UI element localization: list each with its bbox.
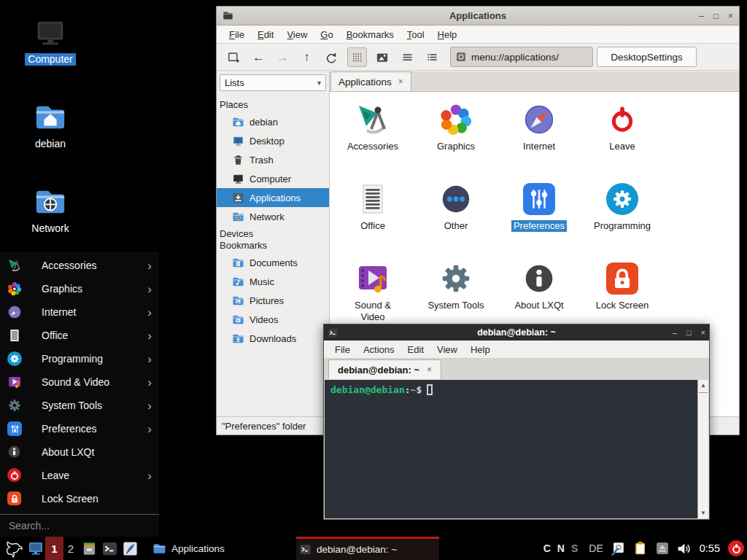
menu-item-accessories[interactable]: Accessories ›	[0, 254, 159, 277]
tab-close-icon[interactable]: ×	[427, 365, 432, 375]
terminal-cursor	[427, 384, 433, 395]
eject-tray-icon[interactable]	[655, 541, 670, 556]
scroll-up-icon[interactable]: ▲	[698, 382, 708, 389]
task-button-applications[interactable]: Applications	[150, 537, 259, 560]
sidebar-item-music[interactable]: Music	[217, 272, 329, 291]
start-menu-button[interactable]	[4, 537, 23, 560]
music-folder-icon	[232, 276, 244, 288]
menu-go[interactable]: Go	[314, 27, 339, 42]
forward-button[interactable]: →	[273, 47, 293, 67]
volume-icon[interactable]	[676, 541, 692, 556]
show-desktop-button[interactable]	[27, 537, 44, 560]
clipboard-tray-icon[interactable]	[632, 540, 649, 556]
sidebar-mode-dropdown[interactable]: Lists ▾	[220, 74, 326, 91]
new-tab-button[interactable]	[224, 47, 244, 67]
scrollbar-thumb[interactable]	[699, 392, 708, 393]
sidebar-item-computer[interactable]: Computer	[217, 169, 329, 188]
menu-item-about-lxqt[interactable]: About LXQt	[0, 440, 159, 464]
menu-actions[interactable]: Actions	[357, 342, 401, 357]
sidebar-item-desktop[interactable]: Desktop	[217, 131, 329, 150]
terminal-viewport[interactable]: debian@debian:~$	[325, 380, 708, 518]
desktop-icon-debian[interactable]: debian	[14, 101, 87, 150]
menu-file[interactable]: File	[222, 27, 251, 42]
menu-help[interactable]: Help	[431, 27, 464, 42]
menu-item-sound-video[interactable]: Sound & Video ›	[0, 370, 159, 394]
screenshot-tray-icon[interactable]	[610, 540, 626, 556]
fm-icon-other[interactable]: Other	[414, 176, 498, 255]
menu-edit[interactable]: Edit	[401, 342, 430, 357]
menu-view[interactable]: View	[430, 342, 464, 357]
desktop-settings-button[interactable]: DesktopSettings	[597, 47, 697, 67]
sidebar-item-trash[interactable]: Trash	[217, 150, 329, 169]
sidebar-item-downloads[interactable]: Downloads	[217, 329, 329, 348]
menu-item-lock-screen[interactable]: Lock Screen	[0, 487, 159, 510]
fm-titlebar[interactable]: Applications – □ ×	[217, 7, 739, 26]
menu-item-office[interactable]: Office ›	[0, 324, 159, 347]
desktop-icon-network[interactable]: Network	[14, 185, 87, 235]
compact-view-button[interactable]	[398, 47, 417, 67]
workspace-2-button[interactable]: 2	[64, 537, 77, 560]
up-button[interactable]: ↑	[297, 47, 317, 67]
menu-file[interactable]: File	[328, 342, 357, 357]
submenu-arrow-icon: ›	[147, 423, 152, 435]
terminal-titlebar[interactable]: debian@debian: ~ – □ ×	[324, 324, 709, 341]
terminal-tab[interactable]: debian@debian: ~ ×	[328, 359, 441, 379]
maximize-button[interactable]: □	[686, 329, 692, 337]
reload-button[interactable]	[321, 47, 341, 67]
menu-help[interactable]: Help	[464, 342, 497, 357]
menu-edit[interactable]: Edit	[251, 27, 280, 42]
task-button-terminal[interactable]: debian@debian: ~	[296, 537, 439, 560]
quicklaunch-terminal[interactable]	[101, 537, 118, 560]
desktop-icon-label: Network	[28, 222, 71, 235]
menu-item-internet[interactable]: Internet ›	[0, 300, 159, 324]
desktop: Computer debian Network Applications – □…	[0, 0, 747, 560]
fm-icon-sound-video[interactable]: Sound & Video	[331, 255, 414, 335]
fm-icon-system-tools[interactable]: System Tools	[414, 255, 498, 335]
sidebar-item-applications[interactable]: Applications	[217, 188, 329, 207]
menu-tool[interactable]: Tool	[400, 27, 431, 42]
fm-icon-office[interactable]: Office	[331, 176, 414, 255]
sidebar-item-videos[interactable]: Videos	[217, 310, 329, 329]
fm-icon-programming[interactable]: Programming	[581, 176, 664, 255]
fm-icon-accessories[interactable]: Accessories	[331, 96, 414, 176]
terminal-scrollbar[interactable]: ▲ ▼	[697, 380, 708, 518]
fm-icon-lock-screen[interactable]: Lock Screen	[581, 255, 664, 335]
menu-bookmarks[interactable]: Bookmarks	[340, 27, 400, 42]
quicklaunch-file-manager[interactable]	[81, 537, 98, 560]
address-bar[interactable]: menu://applications/	[450, 47, 593, 67]
fm-icon-internet[interactable]: Internet	[498, 96, 581, 176]
menu-search-input[interactable]: Search...	[0, 514, 159, 537]
close-button[interactable]: ×	[728, 12, 733, 20]
power-button[interactable]	[728, 540, 744, 556]
fm-icon-leave[interactable]: Leave	[581, 96, 664, 176]
sidebar-item-pictures[interactable]: Pictures	[217, 291, 329, 310]
tab-close-icon[interactable]: ×	[398, 77, 403, 87]
fm-icon-graphics[interactable]: Graphics	[414, 96, 498, 176]
icon-view-button[interactable]	[347, 47, 367, 67]
quicklaunch-featherpad[interactable]	[122, 537, 139, 560]
maximize-button[interactable]: □	[713, 12, 719, 20]
keyboard-layout-indicator[interactable]: DE	[589, 542, 603, 554]
fm-icon-preferences[interactable]: Preferences	[498, 176, 581, 255]
minimize-button[interactable]: –	[699, 12, 704, 20]
thumbnail-view-button[interactable]	[372, 47, 392, 67]
close-button[interactable]: ×	[701, 329, 705, 337]
menu-item-preferences[interactable]: Preferences ›	[0, 417, 159, 440]
menu-item-graphics[interactable]: Graphics ›	[0, 277, 159, 300]
clock[interactable]: 0:55	[700, 542, 720, 554]
desktop-icon-computer[interactable]: Computer	[14, 16, 87, 66]
menu-item-programming[interactable]: Programming ›	[0, 347, 159, 370]
minimize-button[interactable]: –	[673, 329, 677, 337]
menu-item-leave[interactable]: Leave ›	[0, 464, 159, 487]
back-button[interactable]: ←	[249, 47, 268, 67]
menu-item-system-tools[interactable]: System Tools ›	[0, 394, 159, 417]
sidebar-item-network[interactable]: Network	[217, 207, 329, 226]
detailed-view-button[interactable]	[422, 47, 442, 67]
tab-applications[interactable]: Applications ×	[330, 71, 411, 91]
workspace-1-button[interactable]: 1	[45, 537, 63, 560]
sidebar-item-documents[interactable]: Documents	[217, 253, 329, 272]
scroll-down-icon[interactable]: ▼	[698, 510, 708, 516]
sidebar-item-debian[interactable]: debian	[217, 112, 329, 131]
menu-view[interactable]: View	[280, 27, 314, 42]
fm-icon-about-lxqt[interactable]: About LXQt	[498, 255, 581, 335]
